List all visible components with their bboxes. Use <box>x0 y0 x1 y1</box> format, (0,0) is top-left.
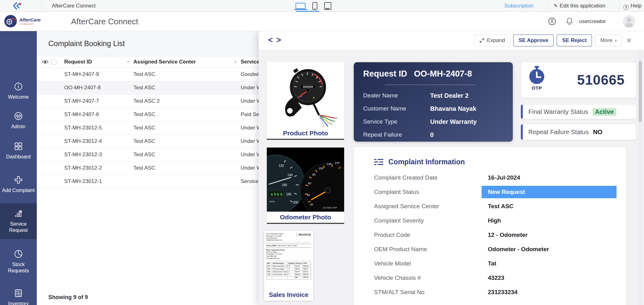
info-field: Vehicle Model Tat <box>374 256 627 271</box>
sidebar-item-dashboard[interactable]: Dashboard <box>0 136 37 165</box>
repeat-failure-status-card: Repeat Failure Status NO <box>521 124 636 140</box>
pagination-status: Showing 9 of 9 <box>48 294 88 301</box>
column-header-request-id[interactable]: Request ID ▾ <box>64 59 133 65</box>
device-preview-switcher <box>296 0 331 12</box>
summary-field: Service Type Under Warranty <box>354 115 513 128</box>
svg-text:OUTSIDE TRIP: OUTSIDE TRIP <box>323 207 337 209</box>
more-label: More <box>600 37 613 44</box>
panel-body: 00000 Product Phot <box>259 50 644 305</box>
cell-request-id: ST-MH-2407-9 <box>64 71 133 77</box>
close-panel-icon[interactable]: × <box>625 35 633 45</box>
cell-service-center: Test ASC <box>133 125 241 131</box>
info-field: Complaint Status New Request <box>374 185 627 199</box>
tablet-preview-icon[interactable] <box>324 2 331 10</box>
help-label: Help <box>631 3 642 9</box>
expand-arrows-icon <box>479 38 484 43</box>
info-field: Complaint Severity High <box>374 214 627 228</box>
svg-text:100: 100 <box>319 167 323 170</box>
column-visibility-eye-icon[interactable] <box>37 60 51 64</box>
pencil-icon: ✎ <box>554 3 558 8</box>
user-avatar[interactable] <box>623 15 635 28</box>
svg-text:120: 120 <box>327 162 331 166</box>
phone-preview-icon[interactable] <box>312 2 317 10</box>
brand-logo[interactable]: AfterCare CONNECT <box>4 14 41 28</box>
stopwatch-icon <box>528 65 545 85</box>
invoice-title: INVOICE <box>296 233 311 237</box>
warranty-status-badge: Active <box>593 108 616 116</box>
invoice-meta: Invoice #0043 Date Issued: May 15, 2022 <box>266 244 311 248</box>
sidebar-item-admin[interactable]: Admin <box>0 107 37 134</box>
product-photo-caption: Product Photo <box>267 128 344 139</box>
svg-text:20: 20 <box>310 203 313 206</box>
se-reject-button[interactable]: SE Reject <box>557 35 592 46</box>
sidebar-item-service-request[interactable]: Service Request <box>0 203 37 239</box>
panel-scrollbar-thumb[interactable] <box>639 61 642 122</box>
cell-service-center: Test ASC 2 <box>133 98 241 104</box>
edit-application-button[interactable]: ✎Edit this application <box>554 0 605 12</box>
sidebar-item-add-complaint[interactable]: Add Complaint <box>0 167 37 202</box>
svg-text:160: 160 <box>282 183 287 187</box>
list-lines-icon <box>374 159 383 165</box>
help-icon: ? <box>623 5 629 10</box>
expand-button[interactable]: Expand <box>474 35 510 46</box>
apps-icon[interactable] <box>548 17 556 26</box>
sales-invoice-caption: Sales Invoice <box>264 289 313 301</box>
notifications-bell-icon[interactable] <box>566 17 573 25</box>
svg-text:200: 200 <box>293 201 298 204</box>
platform-logo-icon[interactable] <box>12 2 22 10</box>
brand-name: AfterCare <box>19 17 41 22</box>
subscription-link[interactable]: Subscription <box>504 0 534 12</box>
otp-card: OTP 510665 <box>521 62 636 98</box>
cell-request-id: ST-MH-23012-5 <box>64 125 133 131</box>
active-device-underline <box>296 11 319 12</box>
invoice-line-items: SKUItem Description QuantityUnit price P… <box>266 262 311 279</box>
calculator-icon <box>14 289 23 298</box>
plus-icon <box>14 175 23 185</box>
invoice-bill-to: Bill to: Imperator Furiosa 202 Fury Road… <box>266 249 311 261</box>
cell-request-id: ST-MH-23012-1 <box>64 178 133 185</box>
platform-topbar: AfterCare Connect Subscription ✎Edit thi… <box>0 0 644 12</box>
summary-field: Customer Name Bhavana Nayak <box>354 102 513 115</box>
expand-label: Expand <box>487 37 505 44</box>
sales-invoice-image[interactable]: 101 Thunderdome Road Bartertown, NY 1234… <box>264 231 313 289</box>
code-view-icon[interactable]: < > <box>268 35 282 45</box>
sidebar-item-inventory[interactable]: Inventory <box>0 284 37 305</box>
repeat-status-label: Repeat Failure Status <box>528 129 589 136</box>
svg-text:4969: 4969 <box>271 192 283 197</box>
cell-service-center: Test ASC <box>133 111 241 118</box>
se-approve-button[interactable]: SE Approve <box>513 35 554 46</box>
more-button[interactable]: More ▾ <box>595 35 622 46</box>
info-field: Vehicle Chassis # 43223 <box>374 271 627 285</box>
sidebar-item-label: Dashboard <box>4 154 32 160</box>
sort-caret-icon[interactable]: ▾ <box>127 60 129 64</box>
svg-text:140: 140 <box>287 173 293 177</box>
odometer-photo-card: 120140 160180200 4969 km/h <box>267 148 344 224</box>
summary-field: Dealer Name Test Dealer 2 <box>354 89 513 102</box>
list-title: Complaint Booking List <box>48 39 125 48</box>
edit-application-label: Edit this application <box>560 3 605 9</box>
invoice-from-address: 101 Thunderdome Road Bartertown, NY 1234… <box>266 233 283 241</box>
select-all-checkbox[interactable] <box>51 59 56 65</box>
sort-caret-icon[interactable]: ▾ <box>234 60 236 64</box>
cell-request-id: ST-MH-2407-6 <box>64 111 133 118</box>
column-header-service-center[interactable]: Assigned Service Center ▾ <box>133 59 241 65</box>
sidebar-item-label: Inventory <box>6 301 31 305</box>
odometer-photo-image[interactable]: 120140 160180200 4969 km/h <box>267 148 344 212</box>
odometer-photo-caption: Odometer Photo <box>267 212 344 223</box>
request-summary-card: Request ID OO-MH-2407-8 Dealer Name Test… <box>354 62 513 142</box>
admin-face-icon <box>14 111 23 121</box>
request-detail-panel: < > Expand SE Approve SE Reject More ▾ × <box>259 31 644 305</box>
sidebar-item-welcome[interactable]: Welcome <box>0 78 37 104</box>
username-label[interactable]: usercreator <box>579 12 606 31</box>
cell-request-id: ST-MH-23012-3 <box>64 152 133 158</box>
product-photo-image[interactable]: 00000 <box>267 62 344 128</box>
cell-service-center: Test ASC <box>133 85 241 91</box>
help-button[interactable]: ?Help <box>623 0 642 12</box>
info-field: Assigned Service Center Test ASC <box>374 199 627 214</box>
info-field: STM/ALT Serial No 231233234 <box>374 285 627 299</box>
product-photo-card: 00000 Product Phot <box>267 62 344 140</box>
sidebar-item-stock-requests[interactable]: Stock Requests <box>0 242 37 281</box>
column-label: Request ID <box>64 59 92 65</box>
sales-invoice-card: 101 Thunderdome Road Bartertown, NY 1234… <box>264 231 313 301</box>
laptop-preview-icon[interactable] <box>296 3 305 9</box>
